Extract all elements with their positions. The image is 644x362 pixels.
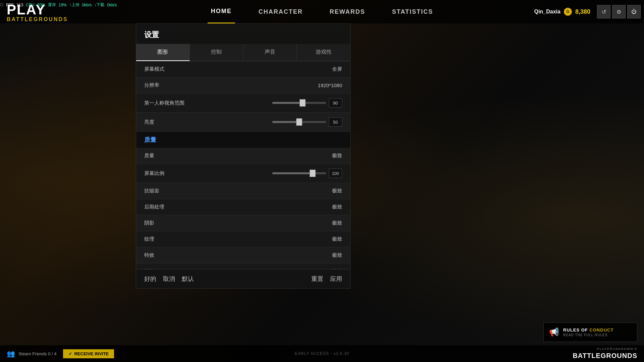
early-access-label: EARLY ACCESS - v2.6.30: [295, 351, 349, 356]
label-postprocessing: 后期处理: [144, 204, 315, 210]
logo-battlegrounds: BATTLEGROUNDS: [7, 17, 68, 22]
nav-statistics[interactable]: STATISTICS: [389, 0, 436, 23]
settings-tabs: 图形 控制 声音 游戏性: [136, 44, 350, 61]
nav-rewards[interactable]: REWARDS: [326, 0, 369, 23]
cpu-label: CPU: [26, 3, 34, 7]
brightness-slider-track[interactable]: [272, 121, 326, 123]
value-postprocessing[interactable]: 极致: [315, 204, 342, 210]
megaphone-icon: 📢: [549, 327, 559, 337]
up-label: ↑上传: [69, 2, 79, 8]
label-effects: 特效: [144, 252, 315, 258]
cancel-button[interactable]: 取消: [163, 275, 175, 283]
username: Qin_Daxia: [534, 9, 560, 15]
label-screen-scale: 屏幕比例: [144, 170, 272, 177]
settings-button[interactable]: ⚙: [612, 5, 626, 18]
value-screen-mode[interactable]: 全屏: [315, 66, 342, 72]
label-quality: 质量: [144, 153, 315, 159]
setting-screen-mode: 屏幕模式 全屏: [136, 61, 350, 77]
fps-value: 113: [16, 3, 23, 7]
checkmark-icon: ✓: [68, 351, 72, 356]
friends-label: Steam Friends 0 / 4: [18, 351, 56, 356]
fov-slider-track[interactable]: [272, 102, 326, 104]
label-screen-mode: 屏幕模式: [144, 66, 315, 72]
label-brightness: 亮度: [144, 119, 272, 125]
tab-graphics[interactable]: 图形: [136, 44, 190, 61]
fov-value: 90: [329, 98, 342, 108]
section-quality: 质量: [136, 132, 350, 148]
restore-icon: ↺: [602, 9, 606, 15]
coin-amount: 8,380: [575, 8, 590, 15]
main-nav: HOME CHARACTER REWARDS STATISTICS: [208, 0, 436, 23]
power-button[interactable]: ⏻: [627, 5, 641, 18]
label-texture: 纹理: [144, 236, 315, 242]
section-quality-title: 质量: [144, 136, 156, 143]
value-texture[interactable]: 极致: [315, 236, 342, 242]
label-antialiasing: 抗锯齿: [144, 188, 315, 194]
setting-postprocessing: 后期处理 极致: [136, 199, 350, 215]
rules-title: RULES OF CONDUCT: [563, 327, 613, 333]
nav-character[interactable]: CHARACTER: [255, 0, 306, 23]
settings-title: 设置: [136, 24, 350, 44]
value-effects[interactable]: 极致: [315, 252, 342, 258]
restore-button[interactable]: ↺: [597, 5, 610, 18]
tab-sound[interactable]: 声音: [244, 44, 297, 61]
fps-icon: ⬡: [0, 3, 3, 7]
footer-right: 重置 应用: [311, 275, 342, 283]
receive-invite-button[interactable]: ✓ RECEIVE INVITE: [63, 349, 114, 358]
value-foliage[interactable]: 极致: [315, 268, 342, 269]
setting-antialiasing: 抗锯齿 极致: [136, 183, 350, 199]
setting-resolution: 分辨率 644*362: [136, 77, 350, 94]
settings-content[interactable]: 屏幕模式 全屏 分辨率 644*362 第一人称视角范围 90 亮度: [136, 61, 350, 269]
value-quality[interactable]: 极致: [315, 153, 342, 159]
up-value: 0kb/s: [82, 3, 92, 7]
down-value: 0kb/s: [107, 3, 117, 7]
fov-slider-fill: [272, 102, 303, 104]
friends-section: 👥 Steam Friends 0 / 4 ✓ RECEIVE INVITE: [7, 349, 114, 358]
scale-slider-track[interactable]: [272, 172, 326, 174]
nav-home[interactable]: HOME: [208, 0, 235, 23]
scale-value: 100: [329, 169, 342, 178]
scale-slider-thumb[interactable]: [310, 170, 316, 177]
setting-texture: 纹理 极致: [136, 231, 350, 247]
label-shadow: 阴影: [144, 220, 315, 226]
top-buttons: ↺ ⚙ ⏻: [597, 5, 641, 18]
setting-shadow: 阴影 极致: [136, 215, 350, 231]
apply-button[interactable]: 应用: [330, 275, 342, 283]
settings-footer: 好的 取消 默认 重置 应用: [136, 269, 350, 288]
reset-button[interactable]: 重置: [311, 275, 323, 283]
brightness-slider-container: 50: [272, 117, 342, 127]
topbar: PLAY BATTLEGROUNDS ⬡ FPS 113 CPU 20% 显存 …: [0, 0, 644, 23]
setting-effects: 特效 极致: [136, 247, 350, 263]
label-foliage: 树木: [144, 268, 315, 269]
brightness-slider-thumb[interactable]: [296, 118, 302, 126]
value-shadow[interactable]: 极致: [315, 220, 342, 226]
setting-fov: 第一人称视角范围 90: [136, 94, 350, 113]
brightness-slider-fill: [272, 121, 299, 123]
footer-left: 好的 取消 默认: [144, 275, 194, 283]
label-fov: 第一人称视角范围: [144, 100, 272, 106]
friends-icon: 👥: [7, 350, 15, 358]
rules-subtitle: READ THE FULL RULES: [563, 333, 613, 337]
pubg-logo-bottom: PLAYERUNKNOWN'S BATTLEGROUNDS: [573, 347, 637, 360]
setting-brightness: 亮度 50: [136, 113, 350, 132]
default-button[interactable]: 默认: [182, 275, 194, 283]
ok-button[interactable]: 好的: [144, 275, 156, 283]
cpu-value: 20%: [37, 3, 45, 7]
fov-slider-thumb[interactable]: [300, 99, 306, 107]
fps-label: FPS: [6, 3, 14, 7]
battlegrounds-text: BATTLEGROUNDS: [573, 351, 637, 360]
down-label: ↓下载: [94, 2, 104, 8]
perf-stats: ⬡ FPS 113 CPU 20% 显存 19% ↑上传 0kb/s ↓下载 0…: [0, 2, 117, 8]
brightness-value: 50: [329, 117, 342, 127]
receive-invite-label: RECEIVE INVITE: [74, 351, 109, 356]
value-resolution[interactable]: 644*362: [315, 82, 342, 88]
gear-icon: ⚙: [616, 9, 621, 15]
tab-controls[interactable]: 控制: [190, 44, 244, 61]
rules-text: RULES OF CONDUCT READ THE FULL RULES: [563, 327, 613, 337]
rules-of-conduct-box[interactable]: 📢 RULES OF CONDUCT READ THE FULL RULES: [543, 322, 637, 342]
playerunknown-text: PLAYERUNKNOWN'S: [573, 347, 637, 351]
tab-gameplay[interactable]: 游戏性: [297, 44, 350, 61]
scale-slider-container: 100: [272, 169, 342, 178]
setting-quality: 质量 极致: [136, 148, 350, 164]
value-antialiasing[interactable]: 极致: [315, 188, 342, 194]
